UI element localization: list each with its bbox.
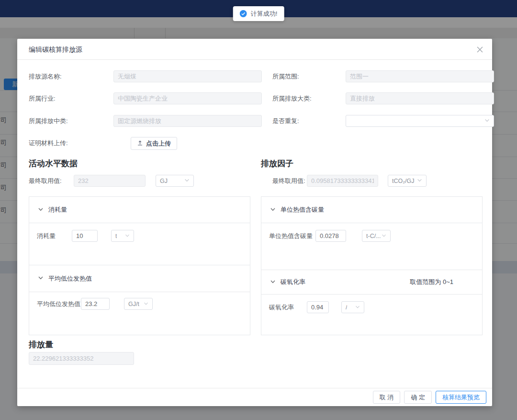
carbon-content-panel: 单位热值含碳量 单位热值含碳量 t-C/... <box>261 196 483 270</box>
emission-heading: 排放量 <box>29 339 53 350</box>
dialog-header: 编辑碳核算排放源 <box>17 39 492 60</box>
carbon-content-panel-header[interactable]: 单位热值含碳量 <box>261 197 482 223</box>
chevron-down-icon <box>38 275 44 282</box>
factor-panels: 单位热值含碳量 单位热值含碳量 t-C/... <box>261 196 483 335</box>
upload-label: 证明材料上传: <box>29 139 68 148</box>
cancel-button[interactable]: 取 消 <box>373 391 401 404</box>
carbon-content-row: 单位热值含碳量 t-C/... <box>261 223 482 270</box>
success-toast: 计算成功! <box>233 6 284 21</box>
carbon-content-unit-select[interactable]: t-C/... <box>362 230 391 242</box>
chevron-down-icon <box>144 301 148 307</box>
mid-category-label: 所属排放中类: <box>29 117 68 125</box>
activity-final-label: 最终取用值: <box>29 177 62 185</box>
scope-label: 所属范围: <box>272 72 299 81</box>
confirm-button[interactable]: 确 定 <box>404 391 432 404</box>
duplicate-label: 是否重复: <box>272 117 299 125</box>
chevron-down-icon <box>38 206 44 214</box>
consumption-input[interactable] <box>72 230 98 242</box>
dialog-footer: 取 消 确 定 核算结果预览 <box>17 388 492 406</box>
oxidation-rate-panel-header[interactable]: 碳氧化率 取值范围为 0~1 <box>261 270 482 295</box>
factor-final-label: 最终取用值: <box>272 177 305 185</box>
oxidation-rate-row: 碳氧化率 / <box>261 295 482 335</box>
oxidation-range-hint: 取值范围为 0~1 <box>410 278 453 286</box>
carbon-content-input[interactable] <box>315 230 346 242</box>
chevron-down-icon <box>355 304 360 311</box>
scope-input[interactable] <box>346 70 494 82</box>
consumption-panel-header[interactable]: 消耗量 <box>29 197 250 223</box>
factor-section-heading: 排放因子 <box>261 158 293 169</box>
upload-icon <box>137 140 143 148</box>
emission-result-input[interactable] <box>29 352 134 365</box>
major-category-input[interactable] <box>346 92 494 104</box>
activity-section-heading: 活动水平数据 <box>29 158 78 169</box>
activity-panels: 消耗量 消耗量 t <box>29 196 250 335</box>
factor-unit-select[interactable]: tCO₂/GJ <box>388 175 427 187</box>
chevron-down-icon <box>417 178 422 184</box>
duplicate-select[interactable] <box>346 115 494 127</box>
source-name-input[interactable] <box>113 70 262 82</box>
oxidation-rate-panel: 碳氧化率 取值范围为 0~1 碳氧化率 / <box>261 270 483 335</box>
chevron-down-icon <box>382 233 386 239</box>
chevron-down-icon <box>184 178 190 184</box>
heating-value-unit-select[interactable]: GJ/t <box>124 298 153 310</box>
heating-value-panel: 平均低位发热值 平均低位发热值 GJ/t <box>29 265 250 335</box>
dialog-title: 编辑碳核算排放源 <box>29 45 82 54</box>
mid-category-input[interactable] <box>113 115 262 127</box>
activity-final-input[interactable] <box>74 175 146 187</box>
oxidation-rate-input[interactable] <box>307 301 329 313</box>
chevron-down-icon <box>270 206 276 214</box>
consumption-panel: 消耗量 消耗量 t <box>29 196 250 265</box>
close-icon[interactable] <box>475 45 484 54</box>
heating-value-row: 平均低位发热值 GJ/t <box>29 292 250 335</box>
check-circle-icon <box>240 10 247 17</box>
industry-input[interactable] <box>113 92 262 104</box>
screen: 新增 司 司 司 司 司 计算成功! 编辑碳核算排放源 排放源名称: <box>0 0 517 420</box>
result-preview-button[interactable]: 核算结果预览 <box>436 391 486 404</box>
oxidation-rate-unit-select[interactable]: / <box>341 301 364 313</box>
factor-final-input[interactable] <box>307 175 378 187</box>
consumption-row: 消耗量 t <box>29 223 250 265</box>
chevron-down-icon <box>270 279 276 286</box>
heating-value-panel-header[interactable]: 平均低位发热值 <box>29 265 250 292</box>
source-name-label: 排放源名称: <box>29 72 62 81</box>
major-category-label: 所属排放大类: <box>272 94 312 103</box>
upload-button[interactable]: 点击上传 <box>131 137 177 150</box>
industry-label: 所属行业: <box>29 94 56 103</box>
upload-button-label: 点击上传 <box>146 139 171 148</box>
chevron-down-icon <box>125 233 130 239</box>
activity-unit-select[interactable]: GJ <box>156 175 194 187</box>
toast-message: 计算成功! <box>251 10 278 18</box>
edit-emission-source-dialog: 编辑碳核算排放源 排放源名称: 所属范围: 所属行业: 所属排放大类: 所属排放… <box>17 39 492 406</box>
chevron-down-icon <box>484 118 490 125</box>
heating-value-input[interactable] <box>81 298 110 310</box>
consumption-unit-select[interactable]: t <box>111 230 134 242</box>
